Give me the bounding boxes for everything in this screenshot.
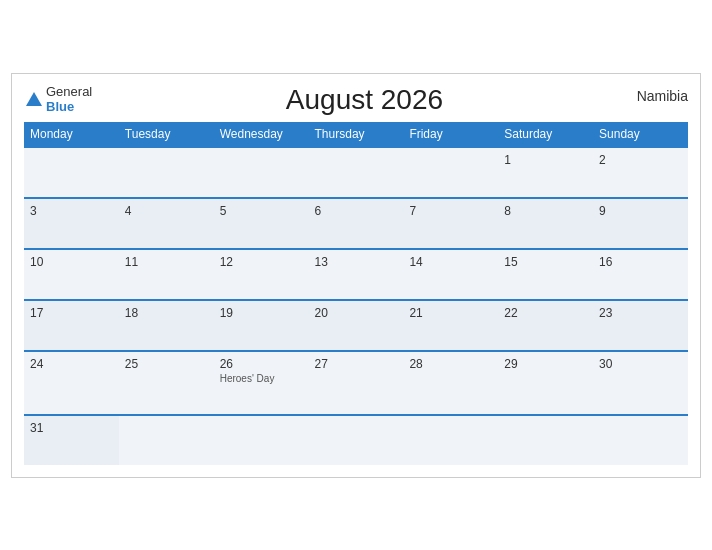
day-number: 15 (504, 255, 587, 269)
calendar-day-cell (214, 415, 309, 465)
day-number: 28 (409, 357, 492, 371)
calendar-day-cell: 4 (119, 198, 214, 249)
calendar-day-cell: 17 (24, 300, 119, 351)
calendar-day-cell: 16 (593, 249, 688, 300)
calendar-day-cell: 1 (498, 147, 593, 198)
calendar-day-cell (403, 415, 498, 465)
calendar-week-row: 242526Heroes' Day27282930 (24, 351, 688, 415)
weekday-header: Monday (24, 122, 119, 147)
calendar-grid: MondayTuesdayWednesdayThursdayFridaySatu… (24, 122, 688, 465)
calendar-day-cell: 28 (403, 351, 498, 415)
calendar-day-cell: 8 (498, 198, 593, 249)
day-number: 29 (504, 357, 587, 371)
calendar-day-cell: 13 (309, 249, 404, 300)
calendar-day-cell: 11 (119, 249, 214, 300)
day-number: 25 (125, 357, 208, 371)
day-number: 1 (504, 153, 587, 167)
calendar-day-cell: 14 (403, 249, 498, 300)
day-number: 26 (220, 357, 303, 371)
calendar-day-cell: 3 (24, 198, 119, 249)
day-number: 11 (125, 255, 208, 269)
day-number: 9 (599, 204, 682, 218)
day-number: 20 (315, 306, 398, 320)
weekday-header: Tuesday (119, 122, 214, 147)
day-number: 31 (30, 421, 113, 435)
calendar-header: General Blue August 2026 Namibia (24, 84, 688, 116)
calendar-title: August 2026 (92, 84, 636, 116)
day-number: 19 (220, 306, 303, 320)
calendar-day-cell (119, 147, 214, 198)
weekday-header: Saturday (498, 122, 593, 147)
day-event: Heroes' Day (220, 373, 303, 384)
calendar-day-cell (24, 147, 119, 198)
day-number: 2 (599, 153, 682, 167)
calendar-day-cell: 20 (309, 300, 404, 351)
calendar-day-cell: 27 (309, 351, 404, 415)
calendar-day-cell: 9 (593, 198, 688, 249)
day-number: 17 (30, 306, 113, 320)
weekday-header: Wednesday (214, 122, 309, 147)
day-number: 6 (315, 204, 398, 218)
day-number: 8 (504, 204, 587, 218)
calendar-day-cell: 23 (593, 300, 688, 351)
calendar-day-cell (403, 147, 498, 198)
day-number: 18 (125, 306, 208, 320)
calendar-week-row: 3456789 (24, 198, 688, 249)
day-number: 30 (599, 357, 682, 371)
day-number: 27 (315, 357, 398, 371)
calendar-day-cell (214, 147, 309, 198)
day-number: 5 (220, 204, 303, 218)
day-number: 7 (409, 204, 492, 218)
weekday-header: Thursday (309, 122, 404, 147)
calendar-day-cell: 31 (24, 415, 119, 465)
brand-logo: General Blue (24, 85, 92, 114)
calendar-day-cell: 21 (403, 300, 498, 351)
calendar-day-cell: 5 (214, 198, 309, 249)
day-number: 16 (599, 255, 682, 269)
calendar-day-cell (593, 415, 688, 465)
day-number: 4 (125, 204, 208, 218)
calendar-day-cell (309, 147, 404, 198)
calendar-day-cell: 22 (498, 300, 593, 351)
svg-marker-0 (26, 92, 42, 106)
day-number: 23 (599, 306, 682, 320)
day-number: 24 (30, 357, 113, 371)
day-number: 21 (409, 306, 492, 320)
day-number: 14 (409, 255, 492, 269)
calendar-day-cell: 7 (403, 198, 498, 249)
day-number: 22 (504, 306, 587, 320)
calendar-day-cell: 12 (214, 249, 309, 300)
calendar-country: Namibia (637, 88, 688, 104)
calendar-day-cell (498, 415, 593, 465)
calendar-week-row: 10111213141516 (24, 249, 688, 300)
brand-icon (24, 90, 44, 110)
calendar-day-cell: 26Heroes' Day (214, 351, 309, 415)
calendar-week-row: 31 (24, 415, 688, 465)
calendar: General Blue August 2026 Namibia MondayT… (11, 73, 701, 478)
calendar-day-cell: 29 (498, 351, 593, 415)
calendar-day-cell: 24 (24, 351, 119, 415)
weekday-header: Friday (403, 122, 498, 147)
weekday-header: Sunday (593, 122, 688, 147)
day-number: 13 (315, 255, 398, 269)
day-number: 10 (30, 255, 113, 269)
brand-name: General Blue (46, 85, 92, 114)
day-number: 3 (30, 204, 113, 218)
calendar-day-cell: 6 (309, 198, 404, 249)
calendar-day-cell: 15 (498, 249, 593, 300)
calendar-day-cell: 2 (593, 147, 688, 198)
calendar-week-row: 17181920212223 (24, 300, 688, 351)
calendar-day-cell: 19 (214, 300, 309, 351)
day-number: 12 (220, 255, 303, 269)
calendar-weekdays: MondayTuesdayWednesdayThursdayFridaySatu… (24, 122, 688, 147)
calendar-day-cell: 30 (593, 351, 688, 415)
calendar-day-cell: 18 (119, 300, 214, 351)
calendar-day-cell (309, 415, 404, 465)
calendar-body: 1234567891011121314151617181920212223242… (24, 147, 688, 465)
calendar-week-row: 12 (24, 147, 688, 198)
calendar-day-cell (119, 415, 214, 465)
calendar-day-cell: 10 (24, 249, 119, 300)
calendar-day-cell: 25 (119, 351, 214, 415)
